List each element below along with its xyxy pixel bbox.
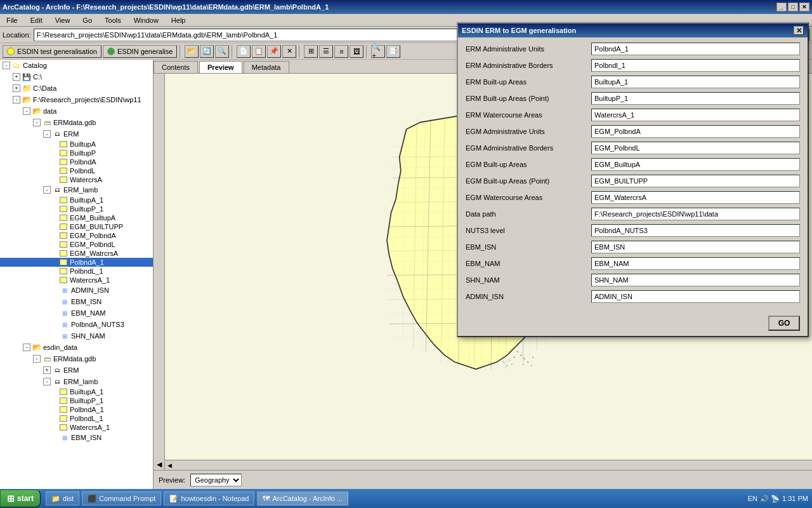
- expand-cdata[interactable]: +: [13, 84, 20, 92]
- tree-item-egm-builtupa[interactable]: EGM_BuiltupA: [0, 213, 153, 222]
- taskbar-item-arccatalog[interactable]: 🗺 ArcCatalog - ArcInfo ...: [257, 491, 348, 505]
- expand-f[interactable]: -: [13, 96, 20, 104]
- map-scroll-bottom[interactable]: ◀: [165, 460, 812, 470]
- tree-item-erm-lamb[interactable]: - 🗂 ERM_lamb: [0, 184, 153, 196]
- dialog-input-0[interactable]: [591, 43, 800, 55]
- menu-edit[interactable]: Edit: [27, 15, 46, 25]
- dialog-input-10[interactable]: [591, 208, 800, 220]
- esdin-generalise-button[interactable]: ESDIN generalise: [103, 45, 177, 58]
- menu-view[interactable]: View: [51, 15, 74, 25]
- tree-item-f[interactable]: - 📂 F:\Research_projects\ESDIN\wp11: [0, 94, 153, 105]
- tree-item-ermdatagdb[interactable]: - 🗃 ERMdata.gdb: [0, 117, 153, 128]
- tree-item-ermdatagdb2[interactable]: - 🗃 ERMdata.gdb: [0, 353, 153, 364]
- tree-item-builtupa1[interactable]: BuiltupA_1: [0, 196, 153, 204]
- dialog-input-2[interactable]: [591, 76, 800, 88]
- tree-item-shn-nam[interactable]: ⊞ SHN_NAM: [0, 330, 153, 342]
- dialog-input-7[interactable]: [591, 158, 800, 171]
- dialog-input-1[interactable]: [591, 59, 800, 72]
- tab-metadata[interactable]: Metadata: [244, 61, 289, 73]
- metadata-button[interactable]: 📑: [386, 45, 400, 58]
- tree-item-polbnda1-2[interactable]: PolbndA_1: [0, 405, 153, 414]
- tree-item-ebm-isn2[interactable]: ⊞ EBM_ISN: [0, 432, 153, 443]
- tree-item-ebm-nam[interactable]: ⊞ EBM_NAM: [0, 307, 153, 319]
- expand-erm-lamb[interactable]: -: [43, 186, 51, 194]
- refresh-button[interactable]: 🔄: [200, 45, 214, 58]
- tree-item-builtupa1-2[interactable]: BuiltupA_1: [0, 387, 153, 396]
- tree-item-polbndA[interactable]: PolbndA: [0, 157, 153, 166]
- expand-ermdatagdb[interactable]: -: [33, 119, 41, 126]
- expand-erm-lamb2[interactable]: -: [43, 378, 51, 385]
- tree-item-catalog[interactable]: - 🗂 Catalog: [0, 60, 153, 71]
- taskbar-item-notepad[interactable]: 📝 howtoesdin - Notepad: [164, 491, 254, 505]
- taskbar-item-dist[interactable]: 📁 dist: [46, 491, 79, 505]
- details-button[interactable]: ≡: [334, 45, 348, 58]
- large-icons-button[interactable]: ⊞: [304, 45, 318, 58]
- dialog-input-5[interactable]: [591, 125, 800, 138]
- tree-item-ebm-isn[interactable]: ⊞ EBM_ISN: [0, 296, 153, 307]
- add-data-button[interactable]: 📂: [185, 45, 199, 58]
- tree-item-c[interactable]: + 💾 C:\: [0, 71, 153, 83]
- expand-erm[interactable]: -: [43, 130, 51, 138]
- tree-item-erm[interactable]: - 🗂 ERM: [0, 128, 153, 140]
- menu-file[interactable]: File: [3, 15, 22, 25]
- new-button[interactable]: 📄: [237, 45, 251, 58]
- thumbnail-button[interactable]: 🖼: [350, 45, 363, 58]
- tree-item-egm-polbnda[interactable]: EGM_PolbndA: [0, 231, 153, 240]
- tree-item-egm-polbndl[interactable]: EGM_PolbndL: [0, 240, 153, 249]
- expand-erm2[interactable]: +: [43, 366, 51, 374]
- tree-item-watercrsA1[interactable]: WatercrsA_1: [0, 276, 153, 284]
- menu-go[interactable]: Go: [79, 15, 96, 25]
- tree-item-watercrsA[interactable]: WatercrsA: [0, 175, 153, 184]
- tree-item-polbndL[interactable]: PolbndL: [0, 166, 153, 175]
- close-button[interactable]: ✕: [799, 3, 809, 11]
- map-scroll-left[interactable]: ◀: [154, 74, 165, 470]
- expand-esdin-data[interactable]: -: [23, 344, 30, 351]
- delete-button[interactable]: ✕: [282, 45, 296, 58]
- minimize-button[interactable]: _: [776, 3, 787, 11]
- dialog-input-6[interactable]: [591, 142, 800, 154]
- dialog-input-11[interactable]: [591, 224, 800, 237]
- maximize-button[interactable]: □: [788, 3, 798, 11]
- tree-item-builtupP1[interactable]: BuiltupP_1: [0, 204, 153, 213]
- dialog-input-4[interactable]: [591, 109, 800, 121]
- dialog-input-14[interactable]: [591, 274, 800, 286]
- dialog-input-9[interactable]: [591, 191, 800, 204]
- tree-item-polbndl1-2[interactable]: PolbndL_1: [0, 414, 153, 423]
- expand-data[interactable]: -: [23, 107, 30, 115]
- copy-button[interactable]: 📋: [252, 45, 266, 58]
- expand-c[interactable]: +: [13, 73, 20, 81]
- expand-ermdatagdb2[interactable]: -: [33, 355, 41, 363]
- tree-item-egm-builtupp[interactable]: EGM_BUILTUPP: [0, 222, 153, 231]
- tree-item-egm-watcrsa[interactable]: EGM_WatrcrsA: [0, 249, 153, 258]
- esdin-test-button[interactable]: ESDIN test generalisation: [3, 45, 102, 58]
- dialog-input-3[interactable]: [591, 92, 800, 105]
- expand-catalog[interactable]: -: [3, 62, 10, 69]
- tree-item-cdata[interactable]: + 📁 C:\Data: [0, 83, 153, 94]
- list-button[interactable]: ☰: [319, 45, 333, 58]
- tree-item-erm-lamb2[interactable]: - 🗂 ERM_lamb: [0, 376, 153, 387]
- paste-button[interactable]: 📌: [267, 45, 281, 58]
- zoom-in-button[interactable]: 🔍+: [371, 45, 385, 58]
- tree-item-builtupP1-2[interactable]: BuiltupP_1: [0, 396, 153, 405]
- tree-item-erm2[interactable]: + 🗂 ERM: [0, 364, 153, 376]
- tab-contents[interactable]: Contents: [154, 61, 198, 73]
- dialog-input-15[interactable]: [591, 290, 800, 303]
- go-button[interactable]: GO: [768, 316, 800, 331]
- dialog-input-8[interactable]: [591, 175, 800, 187]
- tree-item-polbndl1[interactable]: PolbndL_1: [0, 267, 153, 276]
- tree-item-esdin-data[interactable]: - 📂 esdin_data: [0, 342, 153, 353]
- tree-item-polbnda1[interactable]: PolbndA_1: [0, 258, 153, 267]
- dialog-input-12[interactable]: [591, 241, 800, 253]
- preview-dropdown[interactable]: Geography Table: [190, 474, 242, 486]
- menu-help[interactable]: Help: [167, 15, 190, 25]
- dialog-close-button[interactable]: ✕: [794, 26, 804, 35]
- dialog-input-13[interactable]: [591, 257, 800, 270]
- search-button[interactable]: 🔍: [215, 45, 229, 58]
- tree-item-admin-isn[interactable]: ⊞ ADMIN_ISN: [0, 284, 153, 296]
- menu-window[interactable]: Window: [130, 15, 162, 25]
- tree-item-polbnda-nuts3[interactable]: ⊞ PolbndA_NUTS3: [0, 319, 153, 330]
- start-button[interactable]: ⊞ start: [0, 490, 41, 507]
- tree-item-watercrsA1-2[interactable]: WatercrsA_1: [0, 423, 153, 432]
- taskbar-item-cmd[interactable]: ⬛ Command Prompt: [82, 491, 161, 505]
- tree-item-builtupa[interactable]: BuiltupA: [0, 140, 153, 149]
